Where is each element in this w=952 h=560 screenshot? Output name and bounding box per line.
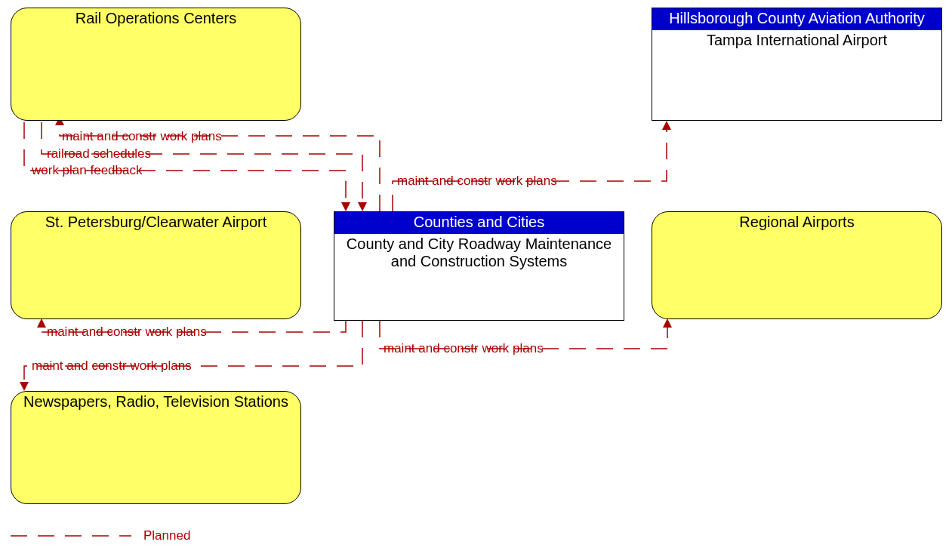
flow-center-to-tia xyxy=(393,127,667,211)
node-spc-title: St. Petersburg/Clearwater Airport xyxy=(35,212,277,231)
node-regair: Regional Airports xyxy=(652,211,942,319)
node-rail-title: Rail Operations Centers xyxy=(65,8,247,27)
node-news-title: Newspapers, Radio, Television Stations xyxy=(13,392,299,411)
legend-label: Planned xyxy=(143,528,190,543)
label-rail-fb: work plan feedback xyxy=(32,163,142,178)
node-regair-title: Regional Airports xyxy=(729,212,864,231)
arrow-rail-to-center-sched xyxy=(358,202,367,211)
arrow-center-to-spc xyxy=(37,318,46,328)
node-spc: St. Petersburg/Clearwater Airport xyxy=(11,211,301,319)
label-spc-plans: maint and constr work plans xyxy=(47,325,207,340)
label-rail-sched: railroad schedules xyxy=(47,146,151,162)
label-regair-plans: maint and constr work plans xyxy=(384,341,544,356)
label-tia-plans: maint and constr work plans xyxy=(397,174,557,189)
node-tia-title: Tampa International Airport xyxy=(696,30,898,49)
node-news: Newspapers, Radio, Television Stations xyxy=(11,391,301,504)
arrow-center-to-news xyxy=(20,382,29,391)
node-center-header: Counties and Cities xyxy=(334,212,624,234)
arrow-rail-to-center-fb xyxy=(341,202,350,211)
label-rail-plans: maint and constr work plans xyxy=(62,129,222,144)
arrow-center-to-tia xyxy=(662,121,671,130)
node-center-title: County and City Roadway Maintenance and … xyxy=(334,234,624,270)
node-center: Counties and Cities County and City Road… xyxy=(334,211,624,321)
node-rail: Rail Operations Centers xyxy=(11,8,301,121)
arrow-center-to-regair xyxy=(663,318,672,328)
node-tia-header: Hillsborough County Aviation Authority xyxy=(652,8,941,30)
node-tia: Hillsborough County Aviation Authority T… xyxy=(652,8,942,121)
label-news-plans: maint and constr work plans xyxy=(32,358,192,374)
